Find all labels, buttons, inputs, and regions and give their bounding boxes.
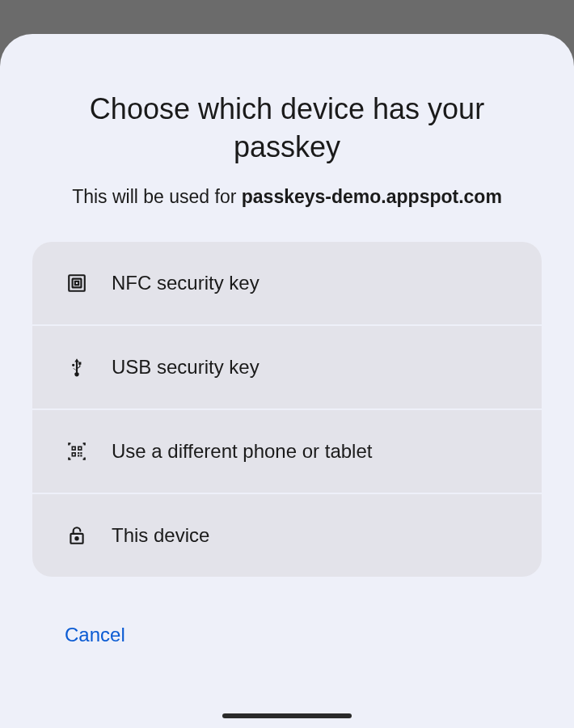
svg-rect-2 [75,281,78,284]
svg-point-14 [75,537,78,540]
option-this-device[interactable]: This device [32,494,542,577]
navigation-handle[interactable] [222,713,352,718]
subtitle-prefix: This will be used for [72,186,242,207]
svg-rect-6 [79,447,81,449]
svg-rect-11 [78,455,79,456]
dialog-subtitle: This will be used for passkeys-demo.apps… [32,186,542,208]
bottom-sheet: Choose which device has your passkey Thi… [0,34,574,728]
svg-rect-1 [73,278,82,287]
svg-rect-9 [78,452,79,454]
svg-rect-8 [73,453,74,455]
cancel-button[interactable]: Cancel [65,617,125,653]
option-different-phone-tablet[interactable]: Use a different phone or tablet [32,410,542,494]
option-label: USB security key [112,356,260,379]
svg-rect-12 [80,455,82,456]
option-label: This device [112,524,209,547]
device-option-list: NFC security key USB security key [32,242,542,577]
lock-open-icon [65,523,89,548]
qr-code-icon [65,439,89,463]
nfc-icon [65,271,89,295]
option-label: Use a different phone or tablet [112,440,372,463]
dialog-title: Choose which device has your passkey [32,91,542,167]
subtitle-domain: passkeys-demo.appspot.com [242,186,502,207]
option-nfc-security-key[interactable]: NFC security key [32,242,542,326]
option-usb-security-key[interactable]: USB security key [32,326,542,410]
svg-rect-0 [69,275,85,291]
usb-icon [65,355,89,379]
option-label: NFC security key [112,272,260,294]
svg-rect-10 [80,452,82,454]
svg-rect-4 [73,447,74,449]
